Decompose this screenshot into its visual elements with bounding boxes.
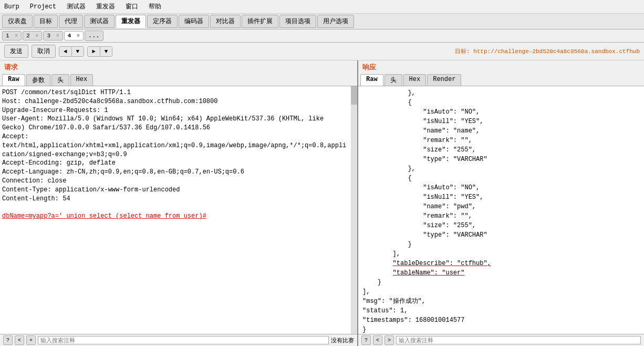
req-line-9: Accept-Encoding: gzip, deflate	[2, 159, 355, 168]
close-tab-2[interactable]: ×	[35, 33, 38, 39]
tab-comparer[interactable]: 对比器	[210, 15, 241, 28]
menu-window[interactable]: 窗口	[123, 1, 140, 12]
tab-project-options[interactable]: 项目选项	[279, 15, 316, 28]
content-area: 请求 Raw 参数 头 Hex POST /common/test/sqlDic…	[0, 60, 644, 346]
target-label: 目标:	[455, 48, 470, 55]
req-tab-4[interactable]: 4 ×	[64, 31, 84, 40]
back-dropdown[interactable]: ▼	[72, 47, 84, 56]
target-display: 目标: http://challenge-2bd520c4a8c9568a.sa…	[455, 47, 640, 55]
req-help-btn[interactable]: ?	[3, 335, 13, 345]
request-bottom-bar: ? < + 没有比赛	[0, 334, 357, 346]
back-button[interactable]: ◄	[59, 47, 72, 56]
req-no-match: 没有比赛	[331, 337, 354, 344]
tab-decoder[interactable]: 编码器	[179, 15, 209, 28]
back-btn-group: ◄ ▼	[59, 46, 84, 57]
req-tab-2[interactable]: 2 ×	[23, 31, 42, 40]
resp-prev-btn[interactable]: <	[373, 335, 382, 345]
req-next-btn[interactable]: +	[26, 335, 36, 345]
req-panel-tab-raw[interactable]: Raw	[2, 74, 25, 86]
req-line-3: Upgrade-Insecure-Requests: 1	[2, 106, 355, 115]
tab-intruder[interactable]: 测试器	[84, 15, 115, 28]
response-text-area[interactable]: }, { "isAuto": "NO", "isNull": "YES", "n…	[358, 86, 644, 334]
request-panel-tabs: Raw 参数 头 Hex	[0, 74, 357, 86]
tab-repeater[interactable]: 重发器	[116, 15, 146, 28]
req-search-input[interactable]	[38, 336, 329, 344]
tool-tabs: 仪表盘 目标 代理 测试器 重发器 定序器 编码器 对比器 插件扩展 项目选项 …	[0, 14, 644, 29]
req-line-5: Gecko) Chrome/107.0.0.0 Safari/537.36 Ed…	[2, 124, 355, 133]
req-prev-btn[interactable]: <	[15, 335, 24, 345]
req-line-blank	[2, 203, 355, 212]
cancel-button[interactable]: 取消	[32, 45, 56, 58]
req-line-12: Content-Type: application/x-www-form-url…	[2, 186, 355, 195]
menu-bar: Burp Project 测试器 重发器 窗口 帮助	[0, 0, 644, 14]
left-panel: 请求 Raw 参数 头 Hex POST /common/test/sqlDic…	[0, 60, 358, 346]
request-text-area[interactable]: POST /common/test/sqlDict HTTP/1.1 Host:…	[0, 86, 357, 334]
resp-panel-tab-raw[interactable]: Raw	[360, 74, 383, 86]
app-window: Burp Project 测试器 重发器 窗口 帮助 仪表盘 目标 代理 测试器…	[0, 0, 644, 346]
req-panel-tab-headers[interactable]: 头	[51, 74, 69, 86]
tab-extensions[interactable]: 插件扩展	[242, 15, 278, 28]
toolbar: 发送 取消 ◄ ▼ ► ▼ 目标: http://challenge-2bd52…	[0, 43, 644, 60]
menu-project[interactable]: Project	[28, 2, 58, 12]
target-url-value: http://challenge-2bd520c4a8c9568a.sandbo…	[473, 48, 640, 55]
menu-tester[interactable]: 测试器	[65, 1, 88, 12]
req-line-7: text/html,application/xhtml+xml,applicat…	[2, 141, 355, 150]
resp-table-describe: "tableDescribe": "ctfhub",	[393, 260, 491, 267]
tab-sequencer[interactable]: 定序器	[147, 15, 178, 28]
close-tab-4[interactable]: ×	[77, 33, 80, 39]
req-highlight-line: dbName=myapp?a=' union select (select na…	[2, 212, 355, 221]
tab-dashboard[interactable]: 仪表盘	[2, 15, 33, 28]
right-panel: 响应 Raw 头 Hex Render }, { "isAuto": "NO",…	[358, 60, 644, 346]
close-tab-1[interactable]: ×	[15, 33, 18, 39]
req-line-11: Connection: close	[2, 177, 355, 186]
response-panel-tabs: Raw 头 Hex Render	[358, 74, 644, 86]
forward-button[interactable]: ►	[88, 47, 100, 56]
menu-help[interactable]: 帮助	[147, 1, 163, 12]
req-line-6: Accept:	[2, 133, 355, 141]
resp-search-input[interactable]	[396, 336, 641, 344]
req-panel-tab-params[interactable]: 参数	[26, 74, 50, 86]
req-line-1: POST /common/test/sqlDict HTTP/1.1	[2, 88, 355, 97]
menu-burp[interactable]: Burp	[2, 2, 22, 12]
menu-repeater[interactable]: 重发器	[94, 1, 117, 12]
scrollbar-thumb[interactable]	[351, 86, 357, 105]
response-bottom-bar: ? < >	[358, 334, 644, 346]
scrollbar-track[interactable]	[351, 86, 357, 334]
tab-target[interactable]: 目标	[34, 15, 58, 28]
close-tab-3[interactable]: ×	[56, 33, 59, 39]
resp-help-btn[interactable]: ?	[361, 335, 371, 345]
resp-panel-tab-hex[interactable]: Hex	[403, 74, 427, 86]
tab-user-options[interactable]: 用户选项	[317, 15, 354, 28]
req-tab-1[interactable]: 1 ×	[2, 31, 22, 40]
resp-panel-tab-headers[interactable]: 头	[385, 74, 402, 86]
request-header: 请求	[0, 60, 357, 74]
req-line-10: Accept-Language: zh-CN,zh;q=0.9,en;q=0.8…	[2, 168, 355, 177]
req-line-13: Content-Length: 54	[2, 195, 355, 203]
req-panel-tab-hex[interactable]: Hex	[70, 74, 94, 86]
forward-btn-group: ► ▼	[87, 46, 112, 57]
req-line-8: cation/signed-exchange;v=b3;q=0.9	[2, 150, 355, 159]
send-button[interactable]: 发送	[4, 45, 28, 58]
req-line-4: User-Agent: Mozilla/5.0 (Windows NT 10.0…	[2, 115, 355, 124]
resp-panel-tab-render[interactable]: Render	[427, 74, 461, 86]
forward-dropdown[interactable]: ▼	[100, 47, 112, 56]
req-line-2: Host: challenge-2bd520c4a8c9568a.sandbox…	[2, 97, 355, 106]
response-header: 响应	[358, 60, 644, 74]
req-tab-more[interactable]: ...	[85, 30, 103, 41]
resp-table-name: "tableName": "user"	[393, 269, 465, 277]
tab-proxy[interactable]: 代理	[59, 15, 83, 28]
resp-next-btn[interactable]: >	[385, 335, 394, 345]
req-tab-3[interactable]: 3 ×	[43, 31, 63, 40]
request-tabs: 1 × 2 × 3 × 4 × ...	[0, 29, 644, 43]
